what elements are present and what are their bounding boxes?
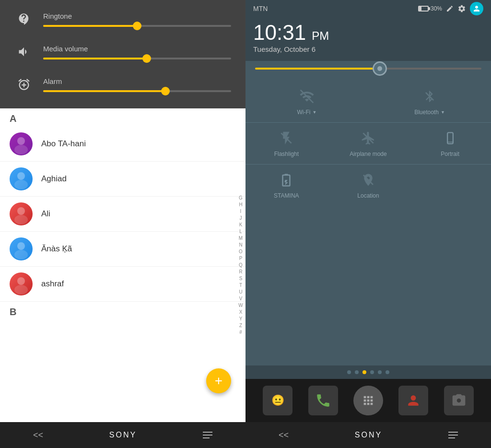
wifi-toggle[interactable]: Wi-Fi ▼ [246, 81, 368, 122]
portrait-toggle[interactable]: Portrait [409, 123, 491, 164]
flashlight-icon [278, 130, 295, 147]
right-bottom-bar: << SONY [246, 422, 491, 448]
contacts-section: A Abo TA-hani Aghiad [0, 108, 246, 422]
contact-name: Abo TA-hani [41, 139, 86, 149]
stamina-label: STAMINA [274, 192, 299, 199]
add-contact-button[interactable]: + [206, 368, 231, 393]
svg-point-3 [14, 180, 28, 189]
avatar [10, 202, 33, 225]
location-label: Location [357, 192, 379, 199]
svg-rect-17 [285, 174, 289, 176]
status-icons: 30% [418, 2, 483, 15]
ringtone-icon [14, 10, 34, 29]
stamina-toggle[interactable]: STAMINA [246, 165, 327, 206]
brightness-thumb[interactable] [373, 61, 387, 76]
alarm-slider-container: Alarm [43, 77, 231, 92]
dock-messages[interactable]: 😐 [263, 386, 292, 415]
alarm-row: Alarm [14, 75, 231, 94]
time-display: 10:31 PM [253, 21, 483, 44]
alphabet-index[interactable]: G H I J K L M N O P Q R S T U V W X Y Z … [236, 108, 246, 422]
dock-camera[interactable] [444, 386, 474, 415]
airplane-label: Airplane mode [350, 151, 386, 157]
settings-icon[interactable] [457, 4, 466, 13]
ringtone-label: Ringtone [43, 12, 231, 20]
svg-point-4 [17, 207, 25, 215]
contact-name: Ănàs Ķã [41, 244, 72, 254]
page-dot-4[interactable] [378, 370, 382, 374]
date-display: Tuesday, October 6 [253, 45, 483, 53]
svg-point-6 [17, 242, 25, 250]
flashlight-label: Flashlight [274, 151, 299, 157]
edit-icon [446, 5, 454, 12]
avatar [10, 272, 33, 295]
page-dot-5[interactable] [386, 370, 389, 374]
brightness-slider[interactable] [255, 68, 481, 70]
brightness-container [246, 61, 491, 76]
left-panel: Ringtone Media volume [0, 0, 246, 448]
menu-button[interactable] [203, 432, 212, 438]
svg-point-1 [14, 145, 28, 154]
media-row: Media volume [14, 42, 231, 61]
svg-point-0 [17, 137, 25, 145]
media-label: Media volume [43, 45, 231, 53]
sony-logo: SONY [109, 431, 137, 439]
portrait-icon [442, 130, 459, 147]
right-panel: MTN 30% [246, 0, 491, 448]
list-item[interactable]: Aghiad [0, 162, 246, 197]
page-dot-3[interactable] [370, 370, 374, 374]
alarm-slider[interactable] [43, 90, 231, 92]
back-button[interactable]: << [33, 430, 43, 440]
media-slider-container: Media volume [43, 45, 231, 59]
carrier-label: MTN [253, 5, 268, 12]
wifi-icon [298, 88, 316, 105]
svg-point-5 [14, 215, 28, 224]
page-dot-2[interactable] [362, 370, 366, 374]
airplane-toggle[interactable]: Airplane mode [327, 123, 409, 164]
dock-contacts[interactable] [398, 386, 428, 415]
volume-section: Ringtone Media volume [0, 0, 246, 108]
empty-qs-slot [409, 165, 491, 206]
airplane-icon [360, 130, 377, 147]
alarm-icon [14, 75, 34, 94]
battery-indicator: 30% [418, 5, 442, 12]
svg-point-8 [17, 277, 25, 285]
section-b-header: B [0, 302, 246, 320]
list-item[interactable]: Ănàs Ķã [0, 232, 246, 267]
ringtone-slider-container: Ringtone [43, 12, 231, 27]
dock-phone[interactable] [308, 386, 338, 415]
flashlight-toggle[interactable]: Flashlight [246, 123, 327, 164]
media-icon [14, 42, 34, 61]
ampm-label: PM [312, 29, 329, 42]
status-bar: MTN 30% [246, 0, 491, 17]
avatar [10, 132, 33, 155]
right-menu-button[interactable] [448, 432, 458, 438]
list-item[interactable]: Abo TA-hani [0, 127, 246, 162]
right-back-button[interactable]: << [279, 430, 289, 440]
svg-point-2 [17, 172, 25, 180]
page-dot-0[interactable] [347, 370, 351, 374]
location-toggle[interactable]: Location [327, 165, 409, 206]
page-indicator [246, 365, 491, 379]
battery-percent: 30% [431, 5, 442, 12]
avatar [10, 167, 33, 190]
qs-row-2: Flashlight Airplane mode [246, 123, 491, 165]
contact-name: Aghiad [41, 174, 67, 184]
qs-row-1: Wi-Fi ▼ Bluetooth ▼ [246, 81, 491, 123]
battery-icon [418, 6, 429, 12]
avatar [10, 237, 33, 260]
bluetooth-toggle[interactable]: Bluetooth ▼ [368, 81, 491, 122]
user-avatar-icon[interactable] [470, 2, 483, 15]
dock-launcher[interactable] [353, 386, 383, 415]
ringtone-slider[interactable] [43, 25, 231, 27]
media-slider[interactable] [43, 58, 231, 59]
page-dot-1[interactable] [355, 370, 359, 374]
contact-name: ashraf [41, 279, 64, 289]
list-item[interactable]: Ali [0, 197, 246, 232]
section-a-header: A [0, 108, 246, 127]
list-item[interactable]: ashraf [0, 267, 246, 302]
bluetooth-label: Bluetooth ▼ [414, 109, 445, 116]
right-sony-logo: SONY [355, 431, 382, 439]
time-value: 10:31 [253, 21, 306, 44]
left-bottom-bar: << SONY [0, 422, 246, 448]
time-section: 10:31 PM Tuesday, October 6 [246, 17, 491, 61]
